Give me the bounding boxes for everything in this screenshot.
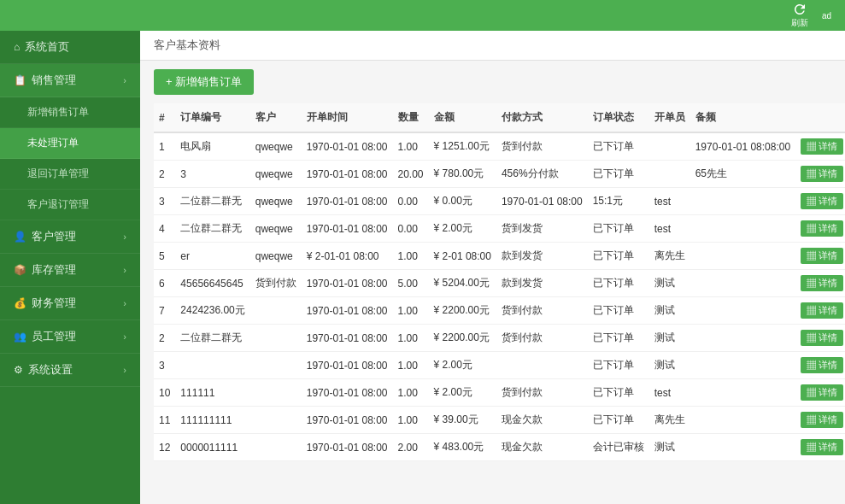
cell-open-time: 1970-01-01 08:00	[302, 161, 393, 188]
cell-status: 已下订单	[588, 379, 649, 407]
cell-actions: ▦ 详情 ✎ 修改 ✕ 删除	[795, 215, 845, 243]
cell-amount: ¥ 483.00元	[429, 434, 496, 461]
inventory-icon: 📦	[14, 264, 26, 276]
cell-open-time: 1970-01-01 08:00	[302, 215, 393, 243]
cell-pay-type: 货到付款	[496, 325, 588, 352]
table-row: 2 3 qweqwe 1970-01-01 08:00 20.00 ¥ 780.…	[154, 161, 845, 188]
cell-remark	[690, 434, 795, 461]
cell-remark	[690, 270, 795, 297]
sidebar-item-employee[interactable]: 👥员工管理 ›	[0, 320, 140, 354]
content-toolbar: + 新增销售订单	[140, 61, 845, 103]
cell-pay-type: 货到付款	[496, 297, 588, 325]
detail-button[interactable]: ▦ 详情	[801, 193, 843, 209]
chevron-right-icon: ›	[123, 231, 126, 242]
table-header-row: # 订单编号 客户 开单时间 数量 金额 付款方式 订单状态 开单员 备频	[154, 103, 845, 132]
content-area: 客户基本资料 + 新增销售订单 # 订单编号 客户 开单时间 数量 金额 付款方…	[140, 31, 845, 504]
sidebar-sub-item-return-order[interactable]: 退回订单管理	[0, 159, 140, 190]
cell-open-time: 1970-01-01 08:00	[302, 270, 393, 297]
cell-operator: test	[649, 188, 690, 215]
sidebar-item-sales[interactable]: 📋销售管理 ›	[0, 64, 140, 97]
cell-order-no: 二位群二群无	[175, 325, 249, 352]
cell-customer: qweqwe	[250, 243, 302, 270]
sidebar: ⌂系统首页 📋销售管理 › 新增销售订单 未处理订单 退回订单管理 客户退订管理…	[0, 31, 140, 504]
sidebar-sub-item-pending-order[interactable]: 未处理订单	[0, 128, 140, 159]
chevron-right-icon: ›	[123, 331, 126, 342]
detail-button[interactable]: ▦ 详情	[801, 439, 843, 455]
cell-actions: ▦ 详情 ✎ 修改 ✕ 删除	[795, 297, 845, 325]
sidebar-item-customer[interactable]: 👤客户管理 ›	[0, 220, 140, 254]
cell-status: 已下订单	[588, 325, 649, 352]
table-row: 10 111111 1970-01-01 08:00 1.00 ¥ 2.00元 …	[154, 379, 845, 407]
detail-button[interactable]: ▦ 详情	[801, 330, 843, 346]
cell-num: 6	[154, 270, 175, 297]
cell-num: 10	[154, 379, 175, 407]
cell-qty: 1.00	[393, 132, 429, 161]
detail-button[interactable]: ▦ 详情	[801, 248, 843, 264]
cell-operator: 离先生	[649, 407, 690, 434]
detail-button[interactable]: ▦ 详情	[801, 138, 843, 155]
sidebar-item-settings[interactable]: ⚙系统设置 ›	[0, 354, 140, 387]
cell-qty: 1.00	[393, 243, 429, 270]
cell-status: 已下订单	[588, 132, 649, 161]
cell-customer	[250, 434, 302, 461]
refresh-button[interactable]: 刷新	[791, 2, 808, 29]
detail-button[interactable]: ▦ 详情	[801, 302, 843, 319]
orders-table: # 订单编号 客户 开单时间 数量 金额 付款方式 订单状态 开单员 备频	[154, 103, 845, 461]
cell-amount: ¥ 2.00元	[429, 379, 496, 407]
cell-customer: qweqwe	[250, 161, 302, 188]
detail-button[interactable]: ▦ 详情	[801, 166, 843, 182]
cell-pay-type: 货到发货	[496, 215, 588, 243]
detail-button[interactable]: ▦ 详情	[801, 220, 843, 237]
cell-operator: 测试	[649, 434, 690, 461]
cell-customer	[250, 379, 302, 407]
table-row: 1 电风扇 qweqwe 1970-01-01 08:00 1.00 ¥ 125…	[154, 132, 845, 161]
detail-button[interactable]: ▦ 详情	[801, 357, 843, 373]
col-qty: 数量	[393, 103, 429, 132]
cell-qty: 0.00	[393, 215, 429, 243]
cell-operator: 测试	[649, 270, 690, 297]
cell-status: 已下订单	[588, 297, 649, 325]
sidebar-sub-item-cancel-order[interactable]: 客户退订管理	[0, 190, 140, 220]
user-label: ad	[822, 11, 831, 21]
cell-amount: ¥ 1251.00元	[429, 132, 496, 161]
cell-remark	[690, 243, 795, 270]
cell-operator	[649, 132, 690, 161]
cell-amount: ¥ 2200.00元	[429, 325, 496, 352]
settings-icon: ⚙	[14, 364, 23, 376]
cell-pay-type: 456%分付款	[496, 161, 588, 188]
cell-status: 已下订单	[588, 215, 649, 243]
cell-operator: 离先生	[649, 243, 690, 270]
sidebar-item-home[interactable]: ⌂系统首页	[0, 31, 140, 64]
cell-pay-type: 现金欠款	[496, 407, 588, 434]
cell-num: 5	[154, 243, 175, 270]
cell-status: 已下订单	[588, 161, 649, 188]
add-order-button[interactable]: + 新增销售订单	[154, 69, 254, 95]
cell-operator: test	[649, 215, 690, 243]
cell-num: 11	[154, 407, 175, 434]
cell-remark	[690, 379, 795, 407]
cell-qty: 1.00	[393, 352, 429, 379]
cell-actions: ▦ 详情 ✎ 修改 ✕ 删除	[795, 407, 845, 434]
cell-actions: ▦ 详情 ✎ 修改 ✕ 删除	[795, 132, 845, 161]
cell-open-time: 1970-01-01 08:00	[302, 297, 393, 325]
detail-button[interactable]: ▦ 详情	[801, 384, 843, 401]
cell-pay-type	[496, 352, 588, 379]
cell-customer	[250, 325, 302, 352]
cell-remark	[690, 325, 795, 352]
cell-open-time: 1970-01-01 08:00	[302, 352, 393, 379]
cell-customer: qweqwe	[250, 188, 302, 215]
sidebar-item-finance[interactable]: 💰财务管理 ›	[0, 287, 140, 320]
cell-actions: ▦ 详情 ✎ 修改 ✕ 删除	[795, 270, 845, 297]
cell-remark: 1970-01-01 08:08:00	[690, 132, 795, 161]
cell-remark	[690, 407, 795, 434]
detail-button[interactable]: ▦ 详情	[801, 275, 843, 291]
detail-button[interactable]: ▦ 详情	[801, 412, 843, 428]
sidebar-sub-item-new-order[interactable]: 新增销售订单	[0, 97, 140, 128]
cell-amount: ¥ 39.00元	[429, 407, 496, 434]
cell-qty: 0.00	[393, 188, 429, 215]
sidebar-item-inventory[interactable]: 📦库存管理 ›	[0, 254, 140, 287]
table-row: 5 er qweqwe ¥ 2-01-01 08:00 1.00 ¥ 2-01 …	[154, 243, 845, 270]
cell-open-time: 1970-01-01 08:00	[302, 188, 393, 215]
cell-open-time: 1970-01-01 08:00	[302, 379, 393, 407]
cell-qty: 1.00	[393, 379, 429, 407]
